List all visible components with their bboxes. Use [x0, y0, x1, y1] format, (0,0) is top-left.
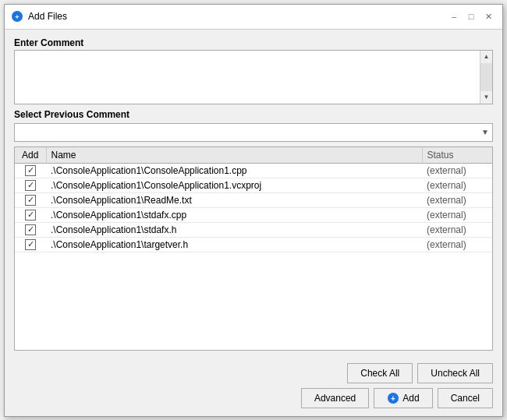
svg-text:+: + — [15, 13, 19, 21]
title-bar-left: + Add Files — [11, 10, 67, 23]
file-checkbox-cell-0: ✓ — [15, 163, 46, 178]
add-button-label: Add — [402, 393, 419, 404]
title-bar: + Add Files – □ ✕ — [5, 5, 502, 30]
table-header-row: Add Name Status — [15, 147, 492, 164]
check-all-button[interactable]: Check All — [347, 363, 413, 383]
file-checkbox-5[interactable]: ✓ — [25, 239, 36, 250]
file-checkbox-cell-2: ✓ — [15, 192, 46, 207]
col-header-add: Add — [15, 147, 46, 164]
enter-comment-section: Enter Comment ▲ ▼ — [14, 37, 493, 104]
main-content: Enter Comment ▲ ▼ Select Previous Commen… — [5, 30, 502, 358]
enter-comment-label: Enter Comment — [14, 37, 493, 48]
window-icon: + — [11, 10, 23, 23]
file-status-1: (external) — [422, 178, 492, 192]
add-button[interactable]: + Add — [374, 388, 432, 408]
file-name-3: .\ConsoleApplication1\stdafx.cpp — [46, 207, 422, 222]
prev-comment-label: Select Previous Comment — [14, 109, 493, 120]
cancel-button[interactable]: Cancel — [438, 388, 493, 408]
table-row: ✓.\ConsoleApplication1\ReadMe.txt(extern… — [15, 192, 492, 207]
table-row: ✓.\ConsoleApplication1\ConsoleApplicatio… — [15, 163, 492, 178]
file-checkbox-1[interactable]: ✓ — [25, 180, 36, 191]
comment-scrollbar: ▲ ▼ — [480, 51, 492, 104]
comment-textbox[interactable]: ▲ ▼ — [14, 50, 493, 104]
prev-comment-section: Select Previous Comment ▼ — [14, 109, 493, 142]
maximize-button[interactable]: □ — [463, 9, 479, 23]
add-icon: + — [387, 392, 399, 404]
title-bar-controls: – □ ✕ — [446, 9, 496, 23]
advanced-button[interactable]: Advanced — [301, 388, 369, 408]
prev-comment-dropdown[interactable]: ▼ — [14, 123, 493, 142]
file-checkbox-cell-5: ✓ — [15, 237, 46, 252]
files-table: Add Name Status ✓.\ConsoleApplication1\C… — [15, 147, 492, 252]
add-files-window: + Add Files – □ ✕ Enter Comment ▲ ▼ Sele… — [4, 4, 503, 417]
file-name-0: .\ConsoleApplication1\ConsoleApplication… — [46, 163, 422, 178]
file-status-4: (external) — [422, 222, 492, 237]
table-row: ✓.\ConsoleApplication1\targetver.h(exter… — [15, 237, 492, 252]
file-status-2: (external) — [422, 192, 492, 207]
file-status-3: (external) — [422, 207, 492, 222]
col-header-status: Status — [422, 147, 492, 164]
footer-top-buttons: Check All Uncheck All — [14, 363, 493, 383]
file-name-5: .\ConsoleApplication1\targetver.h — [46, 237, 422, 252]
uncheck-all-button[interactable]: Uncheck All — [417, 363, 493, 383]
table-row: ✓.\ConsoleApplication1\ConsoleApplicatio… — [15, 178, 492, 192]
file-checkbox-0[interactable]: ✓ — [25, 165, 36, 176]
minimize-button[interactable]: – — [446, 9, 462, 23]
footer-bottom-buttons: Advanced + Add Cancel — [14, 388, 493, 408]
file-name-1: .\ConsoleApplication1\ConsoleApplication… — [46, 178, 422, 192]
close-button[interactable]: ✕ — [480, 9, 496, 23]
file-name-4: .\ConsoleApplication1\stdafx.h — [46, 222, 422, 237]
file-checkbox-2[interactable]: ✓ — [25, 195, 36, 206]
file-name-2: .\ConsoleApplication1\ReadMe.txt — [46, 192, 422, 207]
footer: Check All Uncheck All Advanced + Add Can… — [5, 358, 502, 416]
file-checkbox-4[interactable]: ✓ — [25, 224, 36, 235]
svg-text:+: + — [391, 394, 395, 403]
scroll-track — [480, 63, 492, 91]
file-checkbox-cell-1: ✓ — [15, 178, 46, 192]
scroll-down-arrow[interactable]: ▼ — [480, 91, 493, 104]
file-status-0: (external) — [422, 163, 492, 178]
table-row: ✓.\ConsoleApplication1\stdafx.h(external… — [15, 222, 492, 237]
file-checkbox-3[interactable]: ✓ — [25, 210, 36, 221]
files-table-wrapper: Add Name Status ✓.\ConsoleApplication1\C… — [14, 146, 493, 351]
col-header-name: Name — [46, 147, 422, 164]
file-status-5: (external) — [422, 237, 492, 252]
files-tbody: ✓.\ConsoleApplication1\ConsoleApplicatio… — [15, 163, 492, 252]
file-checkbox-cell-3: ✓ — [15, 207, 46, 222]
table-row: ✓.\ConsoleApplication1\stdafx.cpp(extern… — [15, 207, 492, 222]
chevron-down-icon: ▼ — [481, 128, 489, 136]
file-checkbox-cell-4: ✓ — [15, 222, 46, 237]
scroll-up-arrow[interactable]: ▲ — [480, 51, 493, 63]
window-title: Add Files — [28, 11, 67, 22]
